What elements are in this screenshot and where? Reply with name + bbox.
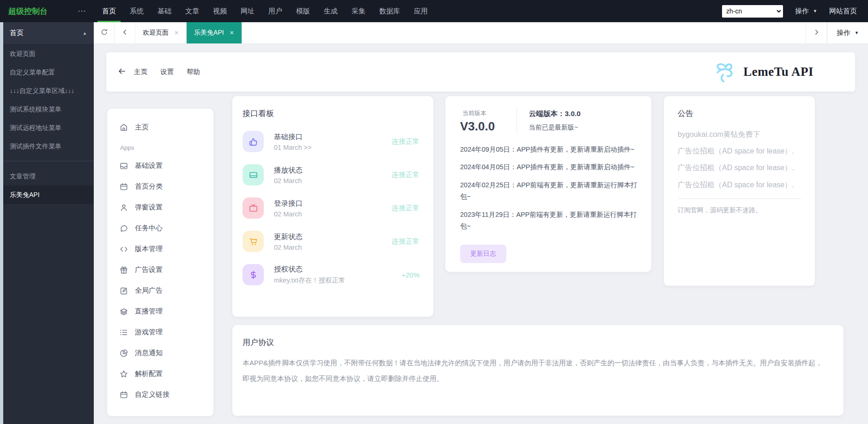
topnav-item-label: 数据库: [379, 7, 400, 16]
sidebar-item[interactable]: 测试插件文件菜单: [0, 137, 94, 155]
topnav-item[interactable]: 系统: [125, 0, 148, 22]
sidebar-item[interactable]: 自定义菜单配置: [0, 63, 94, 81]
dashboard-row[interactable]: 更新状态 02 March 连接正常: [243, 231, 419, 252]
appnav-item-home[interactable]: 主页: [119, 117, 213, 137]
appnav-item[interactable]: 任务中心: [119, 218, 213, 239]
page-tab[interactable]: 乐美兔API ✕: [187, 22, 242, 43]
topnav-item[interactable]: 应用: [409, 0, 432, 22]
card-title: 接口看板: [243, 108, 419, 119]
dashboard-row[interactable]: 播放状态 02 March 连接正常: [243, 164, 419, 185]
toolbar-link[interactable]: 主页: [134, 68, 147, 76]
close-icon[interactable]: ✕: [174, 30, 179, 36]
user-icon: [119, 203, 128, 212]
appnav-item[interactable]: 消息通知: [119, 343, 213, 363]
chat-icon: [119, 224, 128, 233]
sidebar-item[interactable]: 测试系统模块菜单: [0, 100, 94, 118]
topnav-item[interactable]: 首页: [97, 0, 121, 22]
appnav-item-label: 首页分类: [135, 182, 163, 191]
sidebar-header[interactable]: 首页 ▲: [0, 22, 94, 44]
left-scrollbar[interactable]: [0, 22, 3, 424]
tabbar-spacer: [242, 22, 806, 43]
row-status: 连接正常: [392, 137, 419, 146]
tab-action-menu[interactable]: 操作 ▼: [827, 22, 868, 43]
row-status: +20%: [401, 271, 419, 279]
topnav-item[interactable]: 网址: [236, 0, 259, 22]
appnav-item[interactable]: 弹窗设置: [119, 197, 213, 218]
toolbar-link[interactable]: 设置: [160, 68, 174, 76]
topnav-item[interactable]: 模版: [291, 0, 315, 22]
sidebar-item[interactable]: ↓↓↓自定义菜单区域↓↓↓: [0, 81, 94, 100]
topnav-item[interactable]: 采集: [347, 0, 370, 22]
current-version-label: 当前版本: [460, 109, 514, 117]
toolbar-link-label: 设置: [160, 68, 174, 75]
appnav-item[interactable]: 版本管理: [119, 239, 213, 259]
sidebar-item-label: 测试插件文件菜单: [10, 142, 61, 150]
more-icon[interactable]: ⋯: [78, 6, 95, 16]
announcement-footer: 订阅官网，源码更新不迷路。: [678, 206, 801, 215]
tabs-forward-button[interactable]: [806, 22, 827, 43]
sidebar-divider: [0, 161, 94, 161]
appnav-item[interactable]: 广告设置: [119, 259, 213, 280]
top-action-label: 操作: [795, 7, 809, 16]
appnav-item[interactable]: 基础设置: [119, 155, 213, 176]
topnav-item-label: 用户: [268, 7, 282, 16]
back-button[interactable]: [117, 67, 134, 78]
dashboard-row-text: 登录接口 02 March: [274, 199, 303, 218]
appnav-item[interactable]: 游戏管理: [119, 322, 213, 343]
appnav-item[interactable]: 首页分类: [119, 176, 213, 197]
topnav-item[interactable]: 生成: [319, 0, 342, 22]
language-select[interactable]: zh-cn: [722, 5, 783, 18]
appnav-item-label: 游戏管理: [135, 328, 163, 337]
home-icon: [119, 123, 128, 132]
row-status: 连接正常: [392, 171, 419, 179]
sidebar-item[interactable]: 乐美兔API: [0, 185, 94, 204]
screen-icon: [243, 164, 264, 185]
appnav-item-label: 直播管理: [135, 307, 163, 316]
appnav-item[interactable]: 解析配置: [119, 363, 213, 384]
rabbit-logo-icon: [713, 61, 738, 83]
page-tab[interactable]: 欢迎页面 ✕: [135, 22, 187, 43]
topnav-item[interactable]: 视频: [208, 0, 231, 22]
cloud-version-label: 云端版本：3.0.0: [529, 109, 581, 119]
row-title: 更新状态: [274, 232, 303, 242]
app-nav-card: 主页 Apps 基础设置 首页分类 弹窗设置 任务中心: [107, 109, 213, 416]
update-log-entry: 2024年04月05日：APP插件有更新，更新请重新启动插件~: [460, 161, 637, 173]
card-title: 用户协议: [243, 337, 823, 348]
sidebar-header-label: 首页: [10, 29, 24, 37]
card-title: 公告: [678, 108, 801, 119]
announcement-item: 广告位招租（AD space for lease）.: [678, 179, 801, 190]
topnav-item[interactable]: 文章: [181, 0, 204, 22]
caret-down-icon: ▼: [813, 9, 817, 13]
top-action-menu[interactable]: 操作 ▼: [795, 7, 817, 16]
topnav-item[interactable]: 基础: [153, 0, 176, 22]
page-header: 主页设置帮助 LemeTu API: [106, 52, 855, 92]
appnav-item-label: 基础设置: [135, 161, 163, 170]
sidebar-item[interactable]: 测试远程地址菜单: [0, 118, 94, 137]
toolbar-link[interactable]: 帮助: [187, 68, 200, 76]
appnav-item[interactable]: 全局广告: [119, 280, 213, 301]
update-log-button[interactable]: 更新日志: [460, 245, 506, 263]
tabs-back-button[interactable]: [115, 22, 135, 43]
topnav-item[interactable]: 数据库: [375, 0, 405, 22]
appnav-item-label: 全局广告: [135, 286, 163, 295]
close-icon[interactable]: ✕: [230, 30, 234, 36]
dashboard-row[interactable]: 基础接口 01 March >> 连接正常: [243, 131, 419, 152]
announcement-item: bygoukai.com黄钻免费下: [678, 129, 801, 140]
topnav-item[interactable]: 用户: [264, 0, 287, 22]
tab-bar: 欢迎页面 ✕ 乐美兔API ✕ 操作 ▼: [94, 22, 868, 44]
dashboard-row[interactable]: 登录接口 02 March 连接正常: [243, 197, 419, 219]
appnav-item[interactable]: 直播管理: [119, 301, 213, 322]
dashboard-row[interactable]: 授权状态 mkey.txt存在！授权正常 +20%: [243, 264, 419, 285]
current-version-number: V3.0.0: [460, 119, 514, 134]
update-log-entry: 2024年02月25日：APP前端有更新，更新请重新运行脚本打包~: [460, 179, 637, 203]
arrow-left-icon: [117, 67, 127, 78]
site-home-link[interactable]: 网站首页: [829, 7, 857, 16]
sidebar-item[interactable]: 文章管理: [0, 167, 94, 185]
app-logo[interactable]: 超级控制台: [0, 6, 78, 17]
refresh-icon: [100, 28, 108, 38]
appnav-item[interactable]: 自定义链接: [119, 384, 213, 405]
sidebar-item[interactable]: 欢迎页面: [0, 44, 94, 63]
refresh-button[interactable]: [94, 22, 115, 43]
collapse-up-icon[interactable]: ▲: [83, 31, 87, 36]
cart-icon: [243, 231, 264, 252]
